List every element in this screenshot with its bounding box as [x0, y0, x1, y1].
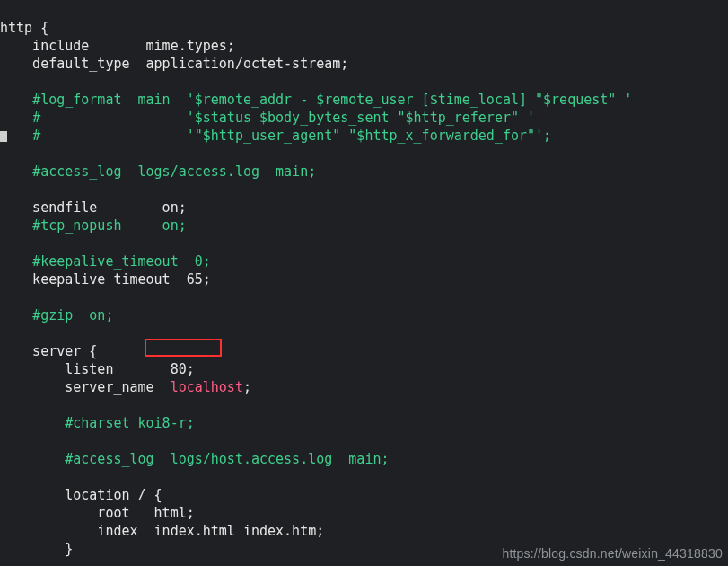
code-token — [0, 128, 32, 144]
code-token: #access_log logs/access.log main; — [32, 164, 316, 180]
code-token: #tcp_nopush on; — [32, 217, 187, 234]
code-token: root html; — [0, 505, 195, 521]
code-token: server_name — [0, 379, 171, 395]
watermark: https://blog.csdn.net/weixin_44318830 — [502, 544, 723, 562]
code-token: default_type application/octet-stream; — [0, 56, 348, 72]
code-token: include mime.types; — [0, 38, 235, 54]
code-token: index index.html index.htm; — [0, 523, 324, 539]
code-block: http { include mime.types; default_type … — [0, 19, 632, 558]
code-token: # '$status $body_bytes_sent "$http_refer… — [32, 110, 535, 126]
code-token: localhost — [171, 379, 243, 395]
code-token: } — [0, 541, 73, 557]
code-editor: http { include mime.types; default_type … — [0, 0, 728, 566]
code-token: #keepalive_timeout 0; — [32, 253, 211, 270]
code-token — [0, 164, 32, 180]
code-token: #charset koi8-r; — [65, 415, 195, 431]
code-token — [0, 110, 32, 126]
code-token — [0, 451, 65, 467]
code-token — [0, 307, 32, 323]
code-token: server { — [0, 343, 97, 359]
code-token — [0, 92, 32, 108]
code-token: #log_format main '$remote_addr - $remote… — [32, 92, 632, 108]
code-token: #gzip on; — [32, 307, 113, 323]
code-token: sendfile on; — [0, 199, 187, 216]
code-token — [0, 415, 65, 431]
code-token: # '"$http_user_agent" "$http_x_forwarded… — [32, 128, 551, 144]
code-token: location / { — [0, 487, 162, 503]
code-token — [0, 217, 32, 234]
code-token: http { — [0, 20, 48, 36]
code-token: ; — [243, 379, 251, 395]
code-token: keepalive_timeout 65; — [0, 271, 211, 287]
code-token: listen 80; — [0, 361, 195, 377]
code-token: #access_log logs/host.access.log main; — [65, 451, 389, 467]
code-token — [0, 253, 32, 270]
